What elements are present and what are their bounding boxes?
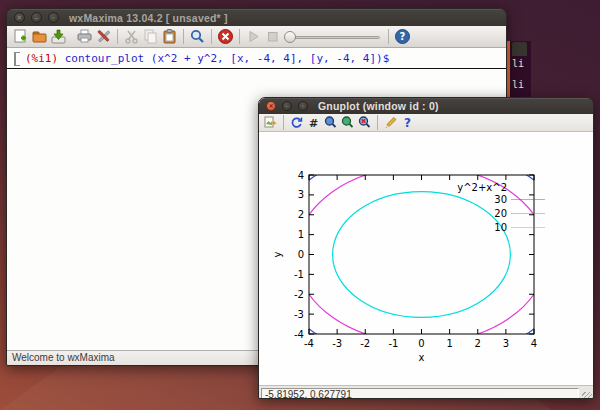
svg-text:4: 4 — [298, 170, 304, 181]
gnuplot-toolbar: # ? — [259, 114, 593, 132]
gnuplot-statusbar: -5.81952, 0.627791 — [259, 385, 593, 399]
contour-plot[interactable]: -4-3-2-101234-4-3-2-101234xyy^2+x^230201… — [259, 132, 594, 381]
input-prompt: (%i1) — [25, 52, 65, 65]
svg-text:-4: -4 — [294, 329, 304, 340]
svg-text:-3: -3 — [294, 309, 304, 320]
svg-text:-1: -1 — [294, 269, 304, 280]
svg-text:3: 3 — [503, 338, 509, 349]
copy-plot-icon[interactable] — [262, 115, 279, 131]
resize-grip-icon[interactable] — [582, 392, 592, 399]
maximize-icon[interactable] — [298, 101, 308, 111]
svg-text:3: 3 — [298, 189, 304, 200]
gnuplot-titlebar[interactable]: Gnuplot (window id : 0) — [259, 98, 593, 114]
configure-icon[interactable] — [94, 28, 113, 46]
gnuplot-help-icon[interactable]: ? — [399, 115, 416, 131]
play-icon[interactable] — [244, 28, 263, 46]
new-document-icon[interactable] — [11, 28, 30, 46]
svg-text:20: 20 — [494, 208, 507, 219]
cell-separator-line — [7, 68, 506, 69]
svg-text:-3: -3 — [332, 338, 342, 349]
find-icon[interactable] — [188, 28, 207, 46]
terminal-text-line: li — [512, 79, 524, 90]
gnuplot-window: Gnuplot (window id : 0) # — [258, 97, 594, 399]
minimize-icon[interactable] — [282, 101, 292, 111]
cut-icon[interactable] — [122, 28, 141, 46]
zoom-next-icon[interactable] — [339, 115, 356, 131]
input-cell[interactable]: (%i1) contour_plot (x^2 + y^2, [x, -4, 4… — [25, 52, 389, 65]
wxmaxima-titlebar[interactable]: wxMaxima 13.04.2 [ unsaved* ] — [7, 9, 506, 26]
svg-text:10: 10 — [494, 222, 507, 233]
minimize-icon[interactable] — [31, 12, 42, 23]
svg-text:1: 1 — [446, 338, 452, 349]
terminal-tab[interactable] — [512, 42, 527, 56]
svg-text:?: ? — [404, 116, 411, 130]
wxmaxima-toolbar: ? — [7, 26, 506, 48]
svg-text:-2: -2 — [294, 289, 304, 300]
svg-text:-4: -4 — [304, 338, 314, 349]
input-code[interactable]: contour_plot (x^2 + y^2, [x, -4, 4], [y,… — [65, 52, 390, 65]
svg-text:0: 0 — [418, 338, 424, 349]
ruler-icon[interactable] — [382, 115, 399, 131]
unzoom-all-icon[interactable] — [356, 115, 373, 131]
svg-text:-1: -1 — [388, 338, 398, 349]
slider-track[interactable] — [292, 36, 380, 39]
stop-icon[interactable] — [263, 28, 282, 46]
svg-text:30: 30 — [494, 194, 507, 205]
copy-icon[interactable] — [141, 28, 160, 46]
close-icon[interactable] — [266, 101, 276, 111]
svg-text:x: x — [419, 352, 425, 363]
svg-text:2: 2 — [475, 338, 481, 349]
mouse-coordinates: -5.81952, 0.627791 — [261, 388, 579, 399]
interrupt-icon[interactable] — [216, 28, 235, 46]
svg-text:2: 2 — [298, 209, 304, 220]
plot-canvas[interactable]: -4-3-2-101234-4-3-2-101234xyy^2+x^230201… — [259, 132, 593, 385]
terminal-window[interactable]: li li — [507, 41, 531, 105]
animation-slider[interactable] — [284, 29, 382, 45]
svg-text:y: y — [272, 251, 283, 257]
replot-icon[interactable] — [288, 115, 305, 131]
terminal-text-line: li — [512, 58, 524, 69]
close-icon[interactable] — [14, 12, 25, 23]
cell-bracket[interactable] — [14, 52, 20, 66]
svg-text:4: 4 — [531, 338, 537, 349]
slider-knob[interactable] — [284, 31, 296, 43]
toggle-grid-icon[interactable]: # — [305, 115, 322, 131]
help-icon[interactable]: ? — [393, 28, 412, 46]
svg-text:y^2+x^2: y^2+x^2 — [457, 182, 507, 193]
svg-text:?: ? — [400, 31, 406, 42]
paste-icon[interactable] — [160, 28, 179, 46]
svg-text:#: # — [309, 117, 318, 130]
svg-text:1: 1 — [298, 229, 304, 240]
window-title: wxMaxima 13.04.2 [ unsaved* ] — [69, 12, 228, 24]
save-icon[interactable] — [49, 28, 68, 46]
zoom-previous-icon[interactable] — [322, 115, 339, 131]
maximize-icon[interactable] — [48, 12, 59, 23]
window-title: Gnuplot (window id : 0) — [318, 100, 439, 112]
svg-text:0: 0 — [298, 249, 304, 260]
svg-text:-2: -2 — [360, 338, 370, 349]
desktop-wallpaper: li li wxMaxima 13.04.2 [ unsaved* ] — [0, 0, 600, 410]
print-icon[interactable] — [75, 28, 94, 46]
open-folder-icon[interactable] — [30, 28, 49, 46]
